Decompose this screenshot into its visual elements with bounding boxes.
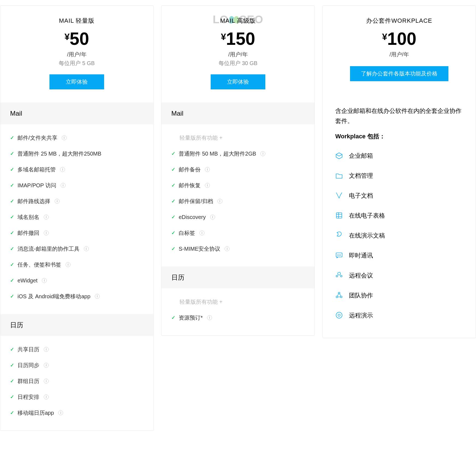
workplace-item: 在线演示文稿 [335,226,463,245]
cta-button[interactable]: 立即体验 [211,74,265,89]
feature-item: ✓白标签i [171,225,305,241]
workplace-item-text: 远程会议 [349,271,373,280]
feature-text: eWidget [17,276,37,285]
workplace-item-text: 远程演示 [349,311,373,320]
info-icon[interactable]: i [44,394,49,399]
plan-head: LOSEOMAIL 高级版¥150/用户/年每位用户 30 GB立即体验 [161,6,315,103]
workplace-item: 即时通讯 [335,245,463,265]
feature-list: 轻量版所有功能 +✓普通附件 50 MB，超大附件2GBi✓邮件备份i✓邮件恢复… [161,124,315,267]
feature-item: ✓移动端日历appi [10,405,143,421]
info-icon[interactable]: i [95,294,100,299]
info-icon[interactable]: i [44,215,49,220]
info-icon[interactable]: i [42,278,47,283]
info-icon[interactable]: i [199,230,204,235]
info-icon[interactable]: i [205,183,210,188]
check-icon: ✓ [10,346,14,353]
check-icon: ✓ [10,378,14,385]
check-icon: ✓ [10,293,14,300]
info-icon[interactable]: i [44,379,49,384]
workplace-item-text: 企业邮箱 [349,151,373,160]
storage-text: 每位用户 30 GB [170,59,306,67]
feature-item: ✓邮件恢复i [171,177,305,193]
info-icon[interactable]: i [260,151,265,156]
plan-head: 办公套件WORKPLACE¥100/用户/年了解办公套件各版本功能及价格 [323,6,476,94]
workplace-item: 在线电子表格 [335,206,463,226]
info-icon[interactable]: i [210,215,215,220]
feature-text: eDiscovery [179,213,206,221]
check-icon: ✓ [171,245,175,253]
feature-text: 日程安排 [17,393,39,401]
check-icon: ✓ [10,261,14,268]
info-icon[interactable]: i [44,230,49,235]
feature-item: ✓eDiscoveryi [171,209,305,225]
workplace-item-text: 电子文档 [349,191,373,200]
check-icon: ✓ [10,166,14,173]
feature-item: ✓邮件保留/归档i [171,193,305,209]
plan-title: 办公套件WORKPLACE [331,16,468,25]
plan-title: MAIL 高级版 [170,16,306,25]
info-icon[interactable]: i [62,135,67,140]
remote-icon [335,311,343,319]
workplace-item: 企业邮箱 [335,146,463,166]
folder-icon [335,172,343,179]
feature-text: 共享日历 [17,345,39,353]
info-icon[interactable]: i [218,199,222,204]
section-title: 日历 [161,267,315,288]
cta-button[interactable]: 立即体验 [49,74,104,89]
info-icon[interactable]: i [44,363,49,368]
writer-icon [335,192,343,199]
feature-item: ✓iOS 及 Android端免费移动appi [10,288,143,304]
feature-item: ✓S-MIME安全协议i [171,241,305,257]
mail-icon [335,152,343,159]
info-icon[interactable]: i [207,315,212,320]
plan-price: ¥150 [170,30,306,48]
check-icon: ✓ [171,229,175,237]
feature-text: 资源预订* [179,314,203,322]
pricing-page: MAIL 轻量版¥50/用户/年每位用户 5 GB立即体验Mail✓邮件/文件夹… [0,0,476,436]
workplace-item-text: 在线演示文稿 [349,231,385,240]
feature-item: ✓日程安排i [10,389,143,405]
amount: 150 [226,30,255,48]
workplace-list: 企业邮箱文档管理电子文档在线电子表格在线演示文稿即时通讯远程会议团队协作远程演示 [323,141,476,338]
feature-text: IMAP/POP 访问 [17,181,56,189]
info-icon[interactable]: i [61,183,66,188]
currency: ¥ [64,32,70,41]
feature-item: ✓eWidgeti [10,273,143,288]
workplace-intro: 含企业邮箱和在线办公软件在内的全套企业协作套件。 [323,94,476,126]
cta-button[interactable]: 了解办公套件各版本功能及价格 [350,66,448,81]
feature-text: S-MIME安全协议 [179,245,220,253]
info-icon[interactable]: i [60,167,65,172]
check-icon: ✓ [10,182,14,189]
workplace-item: 远程演示 [335,305,463,325]
plan-head: MAIL 轻量版¥50/用户/年每位用户 5 GB立即体验 [0,6,153,103]
feature-text: 邮件备份 [179,165,201,174]
feature-text: 多域名邮箱托管 [17,165,56,174]
info-icon[interactable]: i [55,199,60,204]
info-icon[interactable]: i [44,347,49,352]
workplace-item: 电子文档 [335,186,463,206]
check-icon: ✓ [10,198,14,205]
info-icon[interactable]: i [66,262,70,267]
workplace-heading: Workplace 包括： [323,126,476,141]
feature-text: 轻量版所有功能 + [180,298,222,306]
currency: ¥ [382,32,387,41]
workplace-item-text: 即时通讯 [349,251,373,260]
feature-item: ✓IMAP/POP 访问i [10,177,143,193]
feature-text: 白标签 [179,229,195,237]
feature-item: ✓域名别名i [10,209,143,225]
workplace-item-text: 在线电子表格 [349,211,385,220]
feature-item: ✓邮件路线选择i [10,193,143,209]
feature-item: ✓群组日历i [10,373,143,389]
info-icon[interactable]: i [205,167,210,172]
info-icon[interactable]: i [84,246,89,251]
info-icon[interactable]: i [225,246,230,251]
info-icon[interactable]: i [58,410,63,415]
plan-price: ¥50 [8,30,145,48]
price-unit: /用户/年 [8,50,145,59]
feature-text: 日历同步 [17,361,39,369]
feature-text: 邮件/文件夹共享 [17,134,57,142]
feature-text: 群组日历 [17,377,39,385]
feature-list: ✓共享日历i✓日历同步i✓群组日历i✓日程安排i✓移动端日历appi [0,336,153,431]
check-icon: ✓ [10,245,14,253]
feature-item: ✓邮件备份i [171,162,305,177]
